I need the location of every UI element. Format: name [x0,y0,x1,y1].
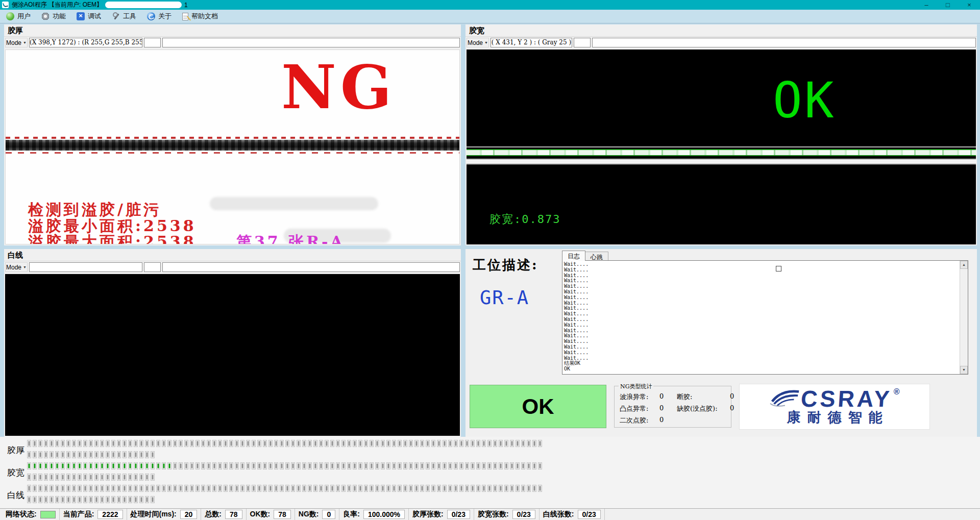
progress-cell [448,440,452,447]
progress-cell [386,462,390,469]
progress-cell [330,485,334,492]
progress-cell [151,451,155,458]
progress-cell [66,485,70,492]
minimize-button[interactable]: – [916,0,937,10]
progress-cell [347,440,351,447]
brand-row: CSRAY ® [769,388,899,410]
menu-item-help[interactable]: 帮助文档 [180,11,223,22]
progress-group-label-glue-width: 胶宽 [7,467,24,479]
about-icon [147,12,155,20]
progress-cell [173,462,177,469]
progress-cell [403,440,407,447]
progress-cell [78,462,82,469]
progress-cell [291,440,295,447]
mode-dropdown[interactable]: Mode ▼ [5,262,28,272]
progress-cell [443,485,447,492]
progress-row-glue-thickness-1 [27,440,544,449]
progress-cell [83,440,87,447]
progress-cell [44,451,48,458]
progress-cell [55,462,59,469]
ng-stat-label: 二次点胶: [620,416,659,425]
status-item-current-product: 当前产品:2222 [60,509,127,520]
progress-cell [330,440,334,447]
message-info-box[interactable] [162,38,460,47]
menu-item-label: 帮助文档 [191,12,218,21]
status-item-network: 网络状态: [2,509,60,520]
log-list[interactable]: Wait....Wait....Wait....Wait....Wait....… [562,260,968,375]
progress-cell [66,462,70,469]
pixel-info-box[interactable] [29,262,142,272]
small-info-box[interactable] [574,38,591,47]
progress-cell [94,474,99,481]
status-value-ok-count: 78 [274,510,291,519]
maximize-button[interactable]: □ [937,0,959,10]
menu-item-debug[interactable]: 调试 [75,11,106,22]
registered-mark: ® [894,387,900,397]
message-info-box[interactable] [592,38,976,47]
station-description-label: 工位描述: [473,256,538,274]
progress-cell [347,462,351,469]
close-button[interactable]: × [959,0,980,10]
pixel-info-box[interactable]: (X 398,Y 1272) : (R 255,G 255,B 255) [29,38,142,47]
progress-cell [117,440,121,447]
mode-dropdown[interactable]: Mode ▼ [5,38,28,47]
pixel-info-box[interactable]: ( X 431, Y 2 ) : ( Gray 25 ) [491,38,572,47]
progress-cell [94,462,99,469]
progress-cell [106,496,110,503]
glue-width-image-view[interactable]: OK 胶宽:0.873 [467,49,976,244]
tab-heartbeat[interactable]: 心跳 [585,252,608,261]
message-info-box[interactable] [162,262,460,272]
log-line: Wait.... [564,323,959,328]
log-line: Wait.... [564,273,959,279]
progress-cell [420,485,424,492]
progress-cell [274,440,278,447]
progress-cell [145,451,149,458]
menu-item-about[interactable]: 关于 [145,11,176,22]
progress-cell [476,462,480,469]
tab-log[interactable]: 日志 [562,251,585,261]
progress-cell [257,440,261,447]
progress-cell [89,440,93,447]
progress-cell [122,485,127,492]
progress-cell [375,462,379,469]
defect-message-3: 溢胶最大面积:2538 [28,232,197,244]
progress-cell [465,485,469,492]
progress-cell [510,485,514,492]
panel-glue-thickness: 胶厚 Mode ▼ (X 398,Y 1272) : (R 255,G 255,… [4,24,461,245]
small-info-box[interactable] [144,262,161,272]
mode-dropdown[interactable]: Mode ▼ [467,38,489,47]
progress-cell [38,462,42,469]
progress-cell [274,462,278,469]
progress-cell [78,474,82,481]
log-line: OK [564,366,959,372]
progress-cell [319,485,323,492]
network-status-swatch [40,511,56,518]
toolbar-glue-thickness: Mode ▼ (X 398,Y 1272) : (R 255,G 255,B 2… [5,38,460,47]
progress-cell [122,451,127,458]
log-checkbox[interactable] [776,266,781,271]
white-line-image-view[interactable] [5,274,460,436]
progress-cell [499,440,503,447]
progress-cell [145,496,149,503]
progress-cell [493,485,497,492]
progress-cell [499,462,503,469]
progress-cell [128,474,132,481]
progress-cell [89,451,93,458]
menu-item-user[interactable]: 用户 [4,11,35,22]
progress-cell [454,485,458,492]
progress-cell [111,451,115,458]
progress-cell [403,462,407,469]
progress-cell [280,485,284,492]
progress-cell [493,462,497,469]
log-scrollbar[interactable]: ▲ ▼ [960,261,968,374]
scroll-up-icon[interactable]: ▲ [960,261,968,269]
small-info-box[interactable] [144,38,161,47]
progress-cell [72,474,76,481]
menu-item-tools[interactable]: 工具 [110,11,141,22]
progress-cell [78,496,82,503]
result-ok-button[interactable]: OK [470,385,606,428]
menu-item-function[interactable]: 功能 [39,11,70,22]
result-text-ok: OK [773,76,836,125]
scroll-down-icon[interactable]: ▼ [960,366,968,374]
glue-thickness-image-view[interactable]: NG 检测到溢胶/脏污 溢胶最小面积:2538 溢胶最大面积:2538 第37 … [5,49,460,244]
